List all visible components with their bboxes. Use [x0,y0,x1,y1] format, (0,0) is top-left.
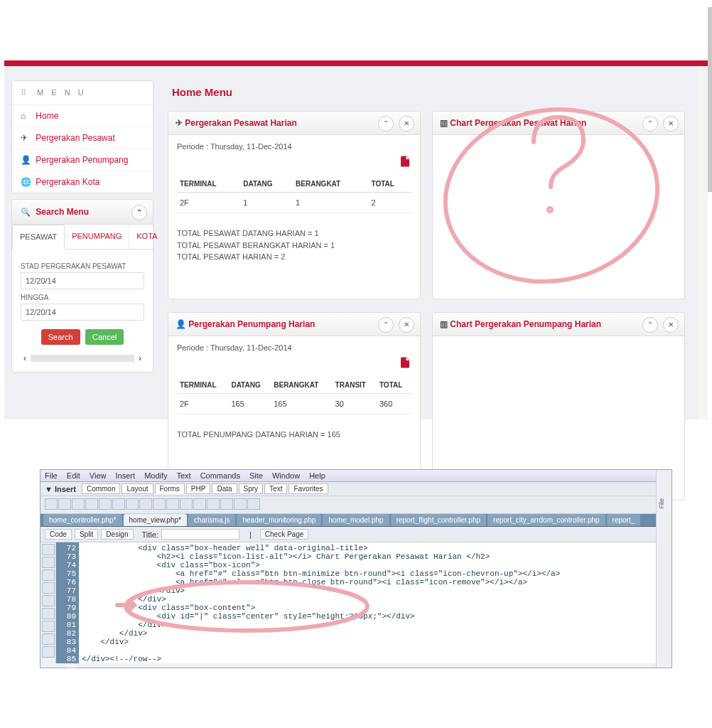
pdf-export-icon[interactable] [177,356,411,373]
sidebar-item-pesawat[interactable]: ✈ Pergerakan Pesawat [12,127,153,149]
file-tab[interactable]: charisma.js [188,514,236,526]
menu-insert[interactable]: Insert [116,471,136,480]
scroll-track[interactable] [31,355,134,362]
insert-tab-data[interactable]: Data [212,483,237,494]
tool-icon[interactable] [45,498,58,510]
code-tool-icon[interactable] [42,569,55,581]
tab-pesawat[interactable]: PESAWAT [12,225,65,250]
tool-icon[interactable] [220,498,233,510]
input-end-date[interactable] [21,304,144,321]
checkpage-button[interactable]: Check Page [260,529,308,540]
code-tool-icon[interactable] [42,608,55,619]
insert-tab-forms[interactable]: Forms [155,483,185,494]
title-input[interactable] [161,529,239,540]
sidebar-item-penumpang[interactable]: 👤 Pergerakan Penumpang [12,149,153,171]
tool-icon[interactable] [180,498,193,510]
file-tab[interactable]: home_model.php [323,514,389,526]
file-tab[interactable]: report_flight_controller.php [391,514,486,526]
minimize-icon[interactable]: ⌃ [378,317,394,333]
input-start-date[interactable] [21,272,144,289]
insert-tab-text[interactable]: Text [264,483,287,494]
tool-icon[interactable] [99,498,112,510]
form-tool-icons[interactable] [41,496,671,514]
tool-icon[interactable] [126,498,139,510]
tab-penumpang[interactable]: PENUMPANG [65,225,129,249]
tool-icon[interactable] [247,498,260,510]
code-tool-icon[interactable] [42,646,55,658]
table-header-row: TERMINAL DATANG BERANGKAT TRANSIT TOTAL [177,377,411,394]
tool-icon[interactable] [193,498,206,510]
chevron-left-icon[interactable]: ‹ [23,353,26,363]
insert-toggle[interactable]: ▼ Insert [45,485,76,493]
minimize-icon[interactable]: ⌃ [642,116,658,132]
tool-icon[interactable] [112,498,125,510]
menu-help[interactable]: Help [309,471,325,480]
code-tool-column[interactable] [41,542,56,663]
close-icon[interactable]: ✕ [399,116,414,132]
close-icon[interactable]: ✕ [663,116,679,132]
code-tool-icon[interactable] [42,633,55,645]
minimize-icon[interactable]: ⌃ [378,116,394,132]
insert-tab-common[interactable]: Common [82,483,121,494]
insert-tab-spry[interactable]: Spry [239,483,264,494]
view-split-button[interactable]: Split [75,529,98,540]
th: TOTAL [369,176,411,193]
menu-text[interactable]: Text [176,471,190,480]
tool-icon[interactable] [166,498,179,510]
tab-kota[interactable]: KOTA [129,225,165,249]
menu-commands[interactable]: Commands [200,471,240,480]
sidebar-item-home[interactable]: ⌂ Home [12,105,153,127]
tool-icon[interactable] [139,498,152,510]
close-icon[interactable]: ✕ [399,317,414,333]
chart-icon: ▥ [440,118,448,128]
file-tab[interactable]: header_monitoring.php [237,514,321,526]
file-tab-active[interactable]: home_view.php* [124,514,187,526]
view-code-button[interactable]: Code [45,529,72,540]
menu-view[interactable]: View [90,471,107,480]
sidebar-item-kota[interactable]: 🌐 Pergerakan Kota [12,171,153,193]
insert-tab-favorites[interactable]: Favorites [288,483,328,494]
table-row: 2F 165 165 30 360 [177,394,411,414]
chevron-right-icon[interactable]: › [139,353,141,363]
code-tool-icon[interactable] [42,595,55,606]
menu-edit[interactable]: Edit [67,471,80,480]
insert-tab-php[interactable]: PHP [186,483,211,494]
tool-icon[interactable] [72,498,85,510]
search-button[interactable]: Search [41,329,80,345]
pdf-export-icon[interactable] [177,155,411,171]
tool-icon[interactable] [207,498,220,510]
menu-site[interactable]: Site [249,471,263,480]
view-design-button[interactable]: Design [101,529,133,540]
menu-file[interactable]: File [45,471,58,480]
code-tool-icon[interactable] [42,557,55,568]
tool-icon[interactable] [85,498,98,510]
close-icon[interactable]: ✕ [663,317,679,333]
panel-title: Pergerakan Penumpang Harian [188,319,315,329]
vertical-scrollbar-thumb[interactable] [708,7,712,192]
panel-pesawat-harian: ✈ Pergerakan Pesawat Harian ⌃ ✕ Periode … [168,111,421,299]
file-tab[interactable]: report_city_arrdom_controller.php [487,514,605,526]
insert-tab-layout[interactable]: Layout [122,483,153,494]
minimize-icon[interactable]: ⌃ [131,205,147,220]
code-text[interactable]: <div class="box-header well" data-origin… [79,542,671,663]
horizontal-scroll[interactable]: ‹ › [23,353,141,363]
code-tool-icon[interactable] [42,582,55,594]
file-tab[interactable]: report_ [607,514,641,526]
cancel-button[interactable]: Cancel [85,329,124,345]
menu-window[interactable]: Window [272,471,300,480]
panels-dock[interactable]: File [656,470,671,668]
label-end: HINGGA [21,294,144,301]
menubar[interactable]: File Edit View Insert Modify Text Comman… [41,470,671,482]
tool-icon[interactable] [234,498,247,510]
file-tab[interactable]: home_controller.php* [43,514,122,526]
app-topbar [4,60,708,66]
menu-modify[interactable]: Modify [144,471,167,480]
code-tool-icon[interactable] [42,621,55,632]
tool-icon[interactable] [58,498,71,510]
minimize-icon[interactable]: ⌃ [642,317,658,333]
files-panel-label[interactable]: File [657,470,667,537]
code-tool-icon[interactable] [42,544,55,555]
file-tabs: home_controller.php* home_view.php* char… [41,514,671,527]
tool-icon[interactable] [153,498,166,510]
scrollbar-down-icon[interactable]: ▾ [709,408,712,418]
